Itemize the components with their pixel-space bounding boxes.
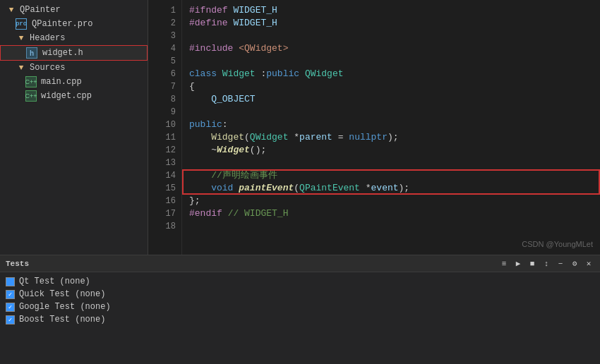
panel-close-icon[interactable]: ✕ (583, 258, 594, 269)
run-icon[interactable]: ▶ (512, 258, 524, 269)
collapse-icon[interactable]: − (555, 258, 566, 269)
ln-13: 13 (151, 157, 176, 169)
sidebar: ▼ QPainter pro QPainter.pro ▼ Headers h … (0, 0, 148, 255)
sidebar-item-widget-cpp[interactable]: C++ widget.cpp (0, 89, 148, 103)
sidebar-label-qpainter: QPainter (20, 5, 61, 15)
code-line-10: public: (189, 119, 593, 131)
ln-18: 18 (151, 220, 176, 233)
test-checkbox-google[interactable] (6, 303, 15, 312)
code-token: #ifndef (189, 4, 228, 17)
code-token: event (371, 182, 399, 195)
ln-7: 7 (151, 80, 176, 93)
code-line-17: #endif // WIDGET_H (189, 207, 593, 220)
code-token: #include (189, 42, 233, 55)
filter-icon[interactable]: ≡ (498, 258, 510, 269)
test-label-boost: Boost Test (none) (19, 315, 105, 324)
code-token: // WIDGET_H (228, 207, 289, 220)
panel-settings-icon[interactable]: ⚙ (569, 258, 580, 269)
code-line-16: }; (189, 195, 593, 207)
code-line-12: ~Widget(); (189, 144, 593, 157)
sidebar-item-qpainter-pro[interactable]: pro QPainter.pro (0, 17, 148, 31)
code-token: //声明绘画事件 (211, 169, 277, 182)
code-token: <QWidget> (239, 42, 288, 55)
sidebar-label-widget-h: widget.h (42, 48, 83, 58)
code-token: #endif (189, 207, 222, 220)
ln-4: 4 (151, 42, 176, 55)
code-token: ); (388, 131, 399, 144)
code-line-11: Widget(QWidget *parent = nullptr); (189, 131, 593, 144)
h-file-icon: h (26, 47, 37, 59)
code-line-2: #define WIDGET_H (189, 17, 593, 30)
code-token: }; (189, 195, 200, 207)
sidebar-item-sources[interactable]: ▼ Sources (0, 61, 148, 75)
code-line-18 (189, 220, 593, 233)
test-label-qt: Qt Test (none) (19, 277, 90, 286)
bottom-panel: Tests ≡ ▶ ■ ↕ − ⚙ ✕ Qt Test (none) Quick… (0, 255, 600, 364)
test-item-boost[interactable]: Boost Test (none) (6, 313, 594, 326)
code-area: 1 2 3 4 5 6 7 8 9 10 11 12 13 14 15 16 1… (148, 0, 600, 255)
folder-icon-sources: ▼ (16, 62, 27, 73)
code-token: paintEvent (239, 182, 294, 195)
file-tree: ▼ QPainter pro QPainter.pro ▼ Headers h … (0, 0, 148, 255)
code-token: ( (244, 131, 250, 144)
sidebar-label-main-cpp: main.cpp (41, 77, 82, 87)
code-token: ~ (189, 144, 217, 157)
ln-12: 12 (151, 144, 176, 157)
ln-9: 9 (151, 106, 176, 119)
ln-17: 17 (151, 207, 176, 220)
sidebar-item-qpainter[interactable]: ▼ QPainter (0, 3, 148, 17)
stop-icon[interactable]: ■ (527, 258, 538, 269)
expand-icon[interactable]: ↕ (541, 258, 552, 269)
code-token: Widget (211, 131, 244, 144)
code-line-1: #ifndef WIDGET_H (189, 4, 593, 17)
code-token: QPaintEvent (299, 182, 360, 195)
test-checkbox-quick[interactable] (6, 290, 15, 299)
code-token (189, 169, 211, 182)
sidebar-item-main-cpp[interactable]: C++ main.cpp (0, 75, 148, 89)
ln-14: 14 (151, 169, 176, 182)
code-token: : (222, 119, 228, 131)
code-token: = (338, 131, 344, 144)
test-item-quick[interactable]: Quick Test (none) (6, 288, 594, 301)
ln-1: 1 (151, 4, 176, 17)
sidebar-item-headers[interactable]: ▼ Headers (0, 31, 148, 45)
test-item-google[interactable]: Google Test (none) (6, 301, 594, 313)
code-token: class (189, 68, 217, 80)
code-line-6: class Widget : public QWidget (189, 68, 593, 80)
highlighted-region: //声明绘画事件 void paintEvent(QPaintEvent *ev… (189, 169, 593, 195)
sidebar-label-pro: QPainter.pro (32, 19, 92, 29)
code-token: * (294, 131, 299, 144)
code-token: ( (294, 182, 299, 195)
folder-icon: ▼ (6, 4, 17, 16)
sidebar-label-sources: Sources (30, 63, 65, 73)
cpp-icon-widget: C++ (25, 90, 37, 102)
code-token: Widget (222, 68, 256, 80)
code-line-14: //声明绘画事件 (189, 169, 593, 182)
test-label-google: Google Test (none) (19, 302, 111, 312)
panel-toolbar: ≡ ▶ ■ ↕ − ⚙ ✕ (498, 258, 594, 269)
ln-2: 2 (151, 17, 176, 30)
test-checkbox-qt[interactable] (6, 277, 15, 286)
code-token: { (189, 80, 195, 93)
panel-header: Tests ≡ ▶ ■ ↕ − ⚙ ✕ (0, 255, 600, 272)
code-line-13 (189, 157, 593, 169)
sidebar-label-widget-cpp: widget.cpp (41, 91, 92, 101)
test-item-qt[interactable]: Qt Test (none) (6, 275, 594, 288)
code-line-4: #include <QWidget> (189, 42, 593, 55)
ln-11: 11 (151, 131, 176, 144)
sidebar-item-widget-h[interactable]: h widget.h (0, 45, 148, 61)
code-token (189, 182, 211, 195)
sidebar-label-headers: Headers (30, 33, 65, 43)
code-line-3 (189, 30, 593, 42)
test-checkbox-boost[interactable] (6, 315, 15, 324)
code-line-8: Q_OBJECT (189, 93, 593, 106)
code-content[interactable]: #ifndef WIDGET_H #define WIDGET_H #inclu… (182, 0, 600, 255)
code-token (189, 93, 211, 106)
code-line-5 (189, 55, 593, 68)
code-token: : (260, 68, 266, 80)
code-token: void (211, 182, 233, 195)
code-token: WIDGET_H (233, 4, 277, 17)
code-token: (); (250, 144, 266, 157)
ln-10: 10 (151, 119, 176, 131)
ln-8: 8 (151, 93, 176, 106)
